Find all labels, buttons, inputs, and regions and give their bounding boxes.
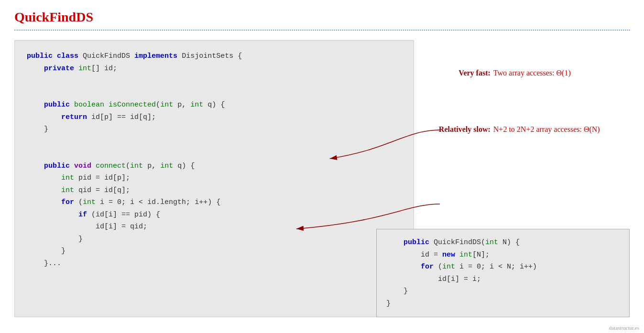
- code-line-5: }: [27, 123, 402, 136]
- section-divider: [14, 30, 630, 31]
- ctor-line-5: }: [386, 285, 620, 298]
- slow-label: Relatively slow:: [424, 125, 491, 134]
- ctor-line-1: public QuickFindDS(int N) {: [386, 236, 620, 249]
- ctor-line-2: id = new int[N];: [386, 249, 620, 261]
- code-line-14: }...: [27, 258, 402, 270]
- code-line-6: public void connect(int p, int q) {: [27, 160, 402, 172]
- code-line-12: }: [27, 233, 402, 246]
- code-line-13: }: [27, 245, 402, 258]
- page-title: QuickFindDS: [14, 10, 630, 25]
- code-line-2: private int[] id;: [27, 63, 402, 75]
- code-line-4: return id[p] == id[q];: [27, 111, 402, 124]
- ctor-line-4: id[i] = i;: [386, 273, 620, 286]
- main-code-box: public class QuickFindDS implements Disj…: [14, 40, 414, 317]
- content-area: public class QuickFindDS implements Disj…: [14, 40, 630, 317]
- code-line-8: int qid = id[q];: [27, 184, 402, 197]
- watermark: datastructur.es: [609, 325, 639, 331]
- code-line-11: id[i] = qid;: [27, 221, 402, 233]
- code-line-1: public class QuickFindDS implements Disj…: [27, 50, 402, 63]
- annotation-fast: Very fast: Two array accesses: Θ(1): [424, 69, 630, 77]
- code-line-blank3: [27, 136, 402, 148]
- annotation-slow: Relatively slow: N+2 to 2N+2 array acces…: [424, 125, 630, 134]
- fast-text: Two array accesses: Θ(1): [493, 69, 571, 77]
- slow-text: N+2 to 2N+2 array accesses: Θ(N): [493, 125, 600, 134]
- ctor-line-6: }: [386, 298, 620, 310]
- page-container: QuickFindDS public class QuickFindDS imp…: [0, 0, 644, 327]
- constructor-box: public QuickFindDS(int N) { id = new int…: [376, 229, 630, 317]
- code-line-blank2: [27, 87, 402, 99]
- fast-label: Very fast:: [424, 69, 491, 77]
- code-line-10: if (id[i] == pid) {: [27, 209, 402, 221]
- code-line-9: for (int i = 0; i < id.length; i++) {: [27, 196, 402, 209]
- ctor-line-3: for (int i = 0; i < N; i++): [386, 261, 620, 273]
- code-line-3: public boolean isConnected(int p, int q)…: [27, 99, 402, 111]
- code-line-blank4: [27, 148, 402, 160]
- code-line-7: int pid = id[p];: [27, 172, 402, 184]
- code-line-blank1: [27, 75, 402, 87]
